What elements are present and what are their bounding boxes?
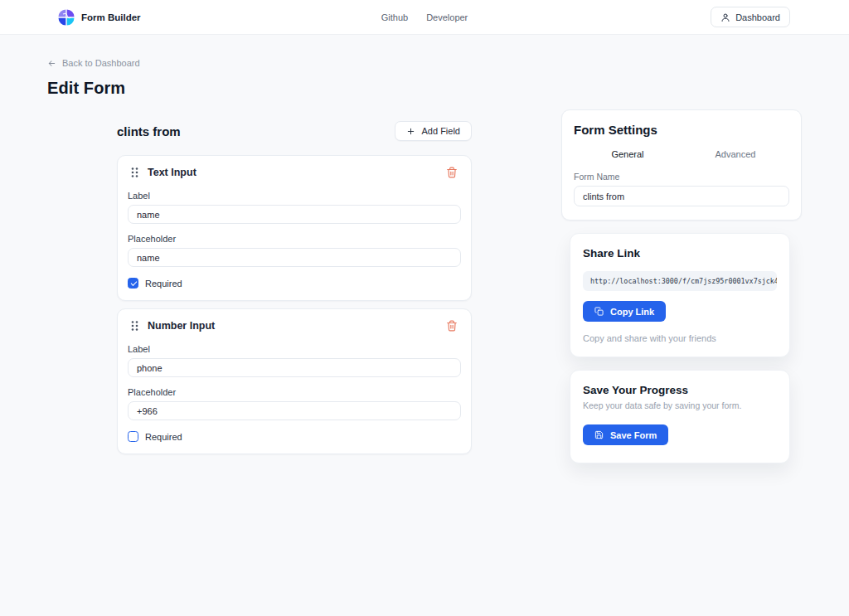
tab-advanced[interactable]: Advanced	[682, 145, 789, 163]
required-toggle[interactable]: Required	[128, 278, 182, 289]
form-builder-column: clints from Add Field	[117, 109, 472, 454]
form-builder-logo-icon	[58, 9, 75, 26]
delete-field-button[interactable]	[446, 320, 458, 332]
placeholder-field-label: Placeholder	[128, 234, 461, 244]
copy-icon	[594, 307, 604, 316]
nav-link-github[interactable]: Github	[381, 12, 408, 22]
field-card: Text Input Label Placeholder	[117, 155, 472, 301]
share-link-title: Share Link	[583, 247, 777, 259]
drag-handle-icon[interactable]	[130, 167, 139, 178]
share-caption: Copy and share with your friends	[583, 333, 777, 343]
save-progress-title: Save Your Progress	[583, 384, 777, 396]
settings-column: Form Settings General Advanced Form Name…	[561, 109, 802, 463]
drag-handle-icon[interactable]	[130, 320, 139, 332]
trash-icon	[446, 167, 458, 178]
back-to-dashboard-link[interactable]: Back to Dashboard	[47, 58, 140, 68]
form-name-label: Form Name	[574, 172, 789, 182]
back-link-label: Back to Dashboard	[62, 58, 140, 68]
field-card: Number Input Label Placeholder	[117, 308, 472, 454]
label-field-label: Label	[128, 191, 461, 201]
add-field-label: Add Field	[422, 126, 460, 136]
form-settings-title: Form Settings	[574, 123, 789, 137]
required-label: Required	[145, 432, 182, 442]
dashboard-button[interactable]: Dashboard	[711, 7, 790, 27]
save-progress-card: Save Your Progress Keep your data safe b…	[570, 370, 790, 463]
required-label: Required	[145, 279, 182, 289]
placeholder-field-label: Placeholder	[128, 387, 461, 397]
form-settings-card: Form Settings General Advanced Form Name	[561, 109, 802, 221]
user-icon	[720, 12, 730, 22]
add-field-button[interactable]: Add Field	[395, 121, 472, 141]
field-type-title: Text Input	[148, 167, 196, 178]
brand-name: Form Builder	[81, 12, 141, 22]
plus-icon	[406, 127, 415, 136]
nav-link-developer[interactable]: Developer	[426, 12, 468, 22]
dashboard-button-label: Dashboard	[735, 12, 780, 22]
settings-tabs: General Advanced	[574, 145, 789, 163]
share-url[interactable]: http://localhost:3000/f/cm7jsz95r0001vx7…	[583, 271, 777, 291]
label-field-label: Label	[128, 344, 461, 354]
page-title: Edit Form	[47, 79, 802, 98]
nav-links: Github Developer	[381, 12, 468, 22]
placeholder-input[interactable]	[128, 401, 461, 420]
top-navbar: Form Builder Github Developer Dashboard	[0, 0, 849, 35]
delete-field-button[interactable]	[446, 167, 458, 178]
save-progress-subtitle: Keep your data safe by saving your form.	[583, 400, 777, 410]
save-icon	[594, 430, 604, 439]
tab-general[interactable]: General	[574, 145, 682, 163]
arrow-left-icon	[47, 59, 56, 68]
label-input[interactable]	[128, 358, 461, 377]
label-input[interactable]	[128, 205, 461, 224]
brand[interactable]: Form Builder	[58, 9, 141, 26]
required-toggle[interactable]: Required	[128, 431, 182, 442]
save-form-button[interactable]: Save Form	[583, 424, 668, 445]
form-name-input[interactable]	[574, 186, 789, 206]
fields-list: Text Input Label Placeholder	[117, 155, 472, 454]
required-checkbox[interactable]	[128, 278, 138, 289]
field-type-title: Number Input	[148, 320, 215, 332]
save-form-label: Save Form	[610, 430, 657, 440]
copy-link-label: Copy Link	[610, 307, 654, 317]
share-link-card: Share Link http://localhost:3000/f/cm7js…	[570, 233, 790, 357]
trash-icon	[446, 320, 458, 332]
copy-link-button[interactable]: Copy Link	[583, 301, 666, 322]
main-content: Back to Dashboard Edit Form clints from …	[0, 58, 849, 463]
form-title: clints from	[117, 124, 181, 138]
required-checkbox[interactable]	[128, 431, 138, 442]
placeholder-input[interactable]	[128, 248, 461, 267]
